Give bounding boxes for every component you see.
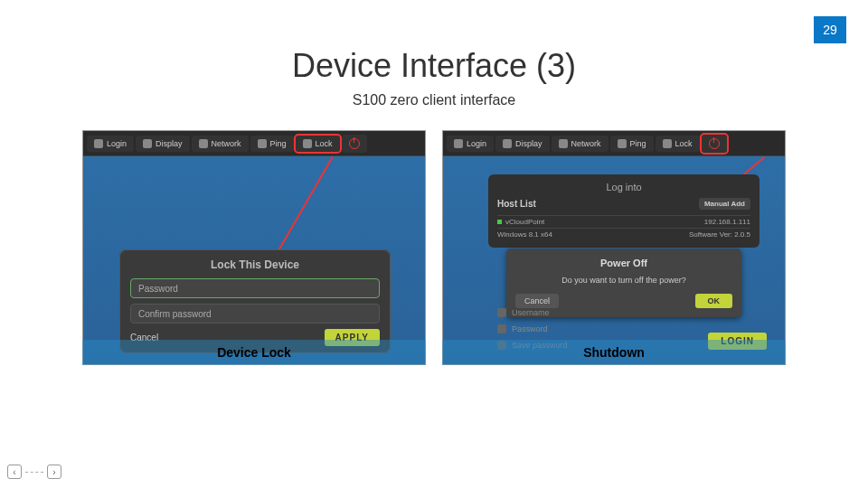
nav-divider: [25, 472, 43, 473]
left-caption: Device Lock: [82, 340, 426, 365]
display-icon: [143, 139, 152, 148]
lock-dialog-title: Lock This Device: [130, 258, 380, 271]
display-icon: [503, 139, 512, 148]
status-dot-icon: [497, 220, 502, 224]
toolbar-left: Login Display Network Ping Lock: [83, 131, 425, 156]
host-row-detail: Windows 8.1 x64 Software Ver: 2.0.5: [497, 228, 750, 240]
confirm-password-input[interactable]: Confirm password: [130, 304, 380, 324]
slide-title: Device Interface (3): [0, 47, 868, 85]
prev-slide-button[interactable]: ‹: [7, 465, 22, 479]
tab-login[interactable]: Login: [447, 136, 494, 152]
username-input[interactable]: Username: [497, 305, 750, 321]
lock-icon: [663, 139, 672, 148]
right-screenshot: Login Display Network Ping Lock Log into…: [442, 130, 786, 365]
tab-display[interactable]: Display: [495, 136, 550, 152]
ping-icon: [258, 139, 267, 148]
power-button[interactable]: [342, 135, 367, 153]
poweroff-text: Do you want to turn off the power?: [515, 276, 732, 285]
hostlist-header: Host List Manual Add: [497, 198, 750, 210]
tab-lock[interactable]: Lock: [296, 136, 340, 152]
password-input[interactable]: Password: [130, 278, 380, 298]
tab-ping[interactable]: Ping: [610, 136, 654, 152]
tab-ping[interactable]: Ping: [250, 136, 294, 152]
tab-login[interactable]: Login: [87, 136, 134, 152]
login-icon: [94, 139, 103, 148]
panels-row: Login Display Network Ping Lock Lock Thi…: [0, 130, 868, 365]
key-icon: [497, 324, 506, 333]
host-row[interactable]: vCloudPoint 192.168.1.111: [497, 215, 750, 228]
ping-icon: [618, 139, 627, 148]
hostlist-label: Host List: [497, 199, 536, 209]
power-icon: [709, 138, 720, 149]
power-icon: [349, 138, 360, 149]
slide-nav: ‹ ›: [7, 465, 61, 479]
slide-subtitle: S100 zero client interface: [0, 92, 868, 108]
toolbar-right: Login Display Network Ping Lock: [443, 131, 785, 156]
manual-add-button[interactable]: Manual Add: [699, 198, 750, 210]
poweroff-title: Power Off: [515, 258, 732, 268]
tab-lock[interactable]: Lock: [656, 136, 700, 152]
network-icon: [559, 139, 568, 148]
tab-display[interactable]: Display: [136, 136, 190, 152]
lock-dialog: Lock This Device Password Confirm passwo…: [119, 249, 391, 353]
left-screenshot: Login Display Network Ping Lock Lock Thi…: [82, 130, 426, 365]
left-panel-wrap: Login Display Network Ping Lock Lock Thi…: [82, 130, 426, 365]
login-panel: Log into Host List Manual Add vCloudPoin…: [488, 174, 760, 248]
network-icon: [199, 139, 208, 148]
login-title: Log into: [497, 182, 750, 192]
right-panel-wrap: Login Display Network Ping Lock Log into…: [442, 130, 786, 365]
tab-network[interactable]: Network: [192, 136, 249, 152]
login-icon: [454, 139, 463, 148]
user-icon: [497, 308, 506, 317]
power-button[interactable]: [702, 135, 727, 153]
right-caption: Shutdown: [442, 340, 786, 365]
tab-network[interactable]: Network: [552, 136, 609, 152]
page-number-badge: 29: [814, 16, 846, 43]
lock-icon: [303, 139, 312, 148]
next-slide-button[interactable]: ›: [47, 465, 61, 479]
